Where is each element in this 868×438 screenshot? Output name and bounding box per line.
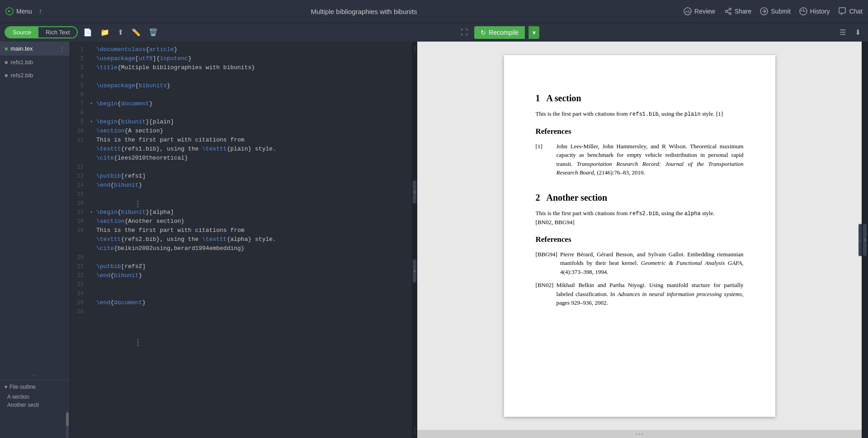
toolbar-right: ☰ ⬇: [837, 26, 863, 38]
sidebar-scroll: [0, 411, 70, 438]
menu-icon: [5, 7, 14, 15]
bn02-text: Mikhail Belkin and Partha Niyogi. Using …: [557, 281, 744, 307]
code-area[interactable]: 1 \documentclass{article} 2 \usepackage[…: [70, 42, 412, 438]
svg-line-6: [727, 9, 729, 11]
page-title: Multiple bibliographies with bibunits: [311, 8, 417, 15]
toolbar: Source Rich Text 📄 📁 ⬆ ✏️ 🗑️ ⛶ ↻ Recompi…: [0, 23, 868, 42]
sidebar-file-main[interactable]: ■ main.tex ⋮: [0, 42, 70, 56]
pdf-ref-bbg94-entry: [BBG94] Pierre Bérard, Gérard Besson, an…: [536, 250, 744, 277]
chat-label: Chat: [849, 8, 863, 15]
code-line-13: 13 \putbib[refs1]: [70, 172, 412, 181]
plain-mono: plain: [684, 111, 701, 118]
main-tex-label: main.tex: [10, 45, 33, 52]
code-line-10: 10 \section{A section}: [70, 127, 412, 136]
right-edge-collapse[interactable]: ‹: [862, 42, 868, 438]
top-nav-right: Ab Review Share Submit: [683, 7, 863, 16]
main-tex-menu-icon[interactable]: ⋮: [59, 45, 65, 52]
code-line-19a: 19 This is the first part with citations…: [70, 226, 412, 235]
menu-label: Menu: [16, 8, 32, 15]
toolbar-left: Source Rich Text 📄 📁 ⬆ ✏️ 🗑️: [5, 26, 160, 38]
pdf-page: 1 A section This is the first part with …: [504, 55, 775, 417]
sidebar-spacer: [0, 82, 70, 368]
divider-arrow-right[interactable]: ›: [413, 180, 416, 203]
sidebar-file-refs2[interactable]: ■ refs2.bib: [0, 69, 70, 82]
refs1-label: refs1.bib: [10, 59, 33, 66]
file-outline-toggle[interactable]: ▾ File outline: [5, 384, 65, 390]
code-line-15: 15: [70, 190, 412, 199]
code-line-11a: 11 This is the first part with citations…: [70, 136, 412, 145]
toolbar-center: ⛶ ↻ Recompile ▾: [164, 26, 833, 39]
right-edge-collapse-button[interactable]: ‹: [863, 224, 866, 256]
code-line-11b: \texttt{refs1.bib}, using the \texttt{pl…: [70, 145, 412, 154]
code-line-2: 2 \usepackage[utf8]{inputenc}: [70, 54, 412, 63]
edit-button[interactable]: ✏️: [129, 26, 143, 38]
sidebar-file-refs1[interactable]: ■ refs1.bib: [0, 56, 70, 69]
preview-content[interactable]: 1 A section This is the first part with …: [417, 42, 862, 430]
refs1-icon: ■: [5, 59, 8, 66]
svg-line-7: [727, 12, 729, 13]
open-folder-button[interactable]: 📁: [98, 26, 112, 38]
sidebar: ■ main.tex ⋮ ■ refs1.bib ■ refs2.bib ...…: [0, 42, 70, 438]
preview-collapse-button[interactable]: ›: [859, 224, 862, 256]
left-collapse-dots: [137, 200, 139, 207]
new-file-button[interactable]: 📄: [80, 26, 95, 38]
chat-button[interactable]: Chat: [838, 7, 863, 16]
preview-panel: 1 A section This is the first part with …: [417, 42, 862, 438]
bn02-label: [BN02]: [536, 281, 554, 307]
submit-button[interactable]: Submit: [760, 7, 791, 16]
pdf-section2-para: This is the first part with citations fr…: [536, 209, 744, 227]
pdf-section1-title: 1 A section: [536, 91, 744, 105]
recompile-button[interactable]: ↻ Recompile: [474, 26, 525, 39]
chat-icon: [838, 7, 847, 16]
code-line-18: 18 \section{Another section}: [70, 217, 412, 226]
recompile-dropdown-button[interactable]: ▾: [528, 26, 539, 39]
menu-button[interactable]: Menu: [5, 7, 32, 15]
share-label: Share: [735, 8, 751, 15]
divider-arrow-left[interactable]: ‹: [413, 259, 416, 283]
file-outline-chevron: ▾: [5, 384, 7, 390]
file-outline-section: ▾ File outline A section Another secti: [0, 380, 70, 411]
view-button[interactable]: ☰: [837, 26, 849, 38]
sidebar-scroll-thumb[interactable]: [66, 413, 69, 426]
code-line-20: 20: [70, 253, 412, 262]
title-text: Multiple bibliographies with bibunits: [311, 8, 417, 15]
submit-label: Submit: [771, 8, 791, 15]
submit-icon: [760, 7, 769, 16]
recompile-icon: ↻: [481, 29, 486, 36]
left-collapse-dots2: [137, 339, 139, 346]
review-button[interactable]: Ab Review: [683, 7, 715, 16]
panel-divider[interactable]: › ‹: [412, 42, 417, 438]
pdf-ref1-entry: [1] John Lees-Miller, John Hammersley, a…: [536, 142, 744, 177]
delete-button[interactable]: 🗑️: [146, 26, 160, 38]
outline-item-section2[interactable]: Another secti: [5, 401, 65, 409]
code-line-12: 12: [70, 163, 412, 172]
history-button[interactable]: History: [799, 7, 830, 16]
recompile-label: Recompile: [489, 29, 519, 36]
main-area: ■ main.tex ⋮ ■ refs1.bib ■ refs2.bib ...…: [0, 42, 868, 438]
code-line-6: 6: [70, 90, 412, 99]
outline-item-section1[interactable]: A section: [5, 393, 65, 401]
preview-bottom-bar[interactable]: [417, 430, 862, 438]
editor-panel: 1 \documentclass{article} 2 \usepackage[…: [70, 42, 412, 438]
code-line-14: 14 \end{bibunit}: [70, 181, 412, 190]
upload-button2[interactable]: ⬆: [115, 26, 126, 38]
code-line-16: 16: [70, 199, 412, 208]
ref1-label: [1]: [536, 142, 554, 177]
code-line-1: 1 \documentclass{article}: [70, 45, 412, 54]
upload-button[interactable]: ↑: [36, 5, 45, 17]
share-button[interactable]: Share: [723, 7, 751, 16]
pdf-section2-title: 2 Another section: [536, 191, 744, 204]
review-icon: Ab: [683, 7, 692, 16]
source-button[interactable]: Source: [5, 27, 38, 38]
top-nav-left: Menu ↑: [5, 5, 45, 17]
file-outline-label: File outline: [9, 384, 36, 390]
svg-point-4: [729, 8, 731, 10]
sidebar-scroll-track[interactable]: [66, 411, 69, 438]
sidebar-dots[interactable]: ....: [0, 368, 70, 380]
rich-text-button[interactable]: Rich Text: [38, 27, 77, 38]
download-button[interactable]: ⬇: [852, 26, 863, 38]
fullscreen-button[interactable]: ⛶: [458, 27, 471, 38]
code-line-23: 23: [70, 280, 412, 289]
code-line-8: 8: [70, 108, 412, 118]
bbg94-label: [BBG94]: [536, 250, 557, 277]
